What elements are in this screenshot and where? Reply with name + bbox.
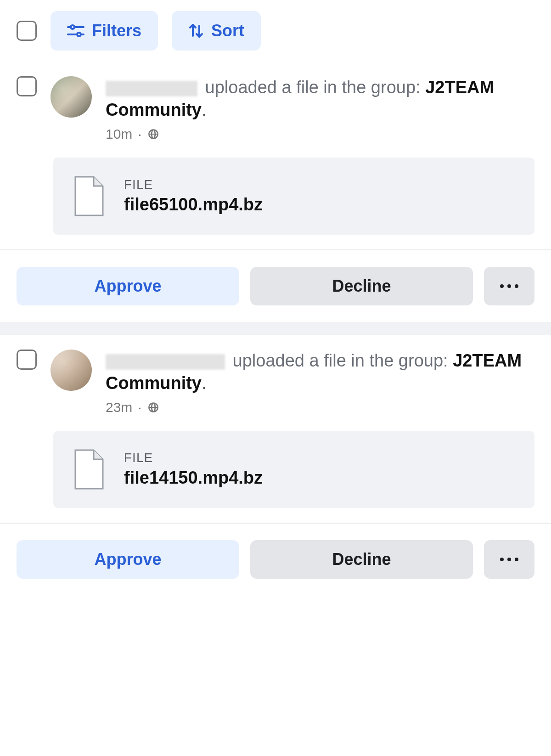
file-icon [73, 448, 106, 491]
sort-label: Sort [211, 21, 244, 40]
globe-icon [147, 128, 159, 140]
post-action-text: uploaded a file in the group: [233, 351, 448, 370]
file-attachment[interactable]: FILE file14150.mp4.bz [53, 431, 534, 508]
decline-button[interactable]: Decline [250, 540, 473, 579]
more-icon [500, 558, 518, 561]
more-button[interactable] [484, 267, 534, 305]
decline-label: Decline [332, 276, 391, 296]
filters-button[interactable]: Filters [51, 11, 158, 51]
approve-label: Approve [94, 276, 161, 296]
avatar[interactable] [51, 350, 92, 391]
file-info: FILE file14150.mp4.bz [124, 451, 263, 488]
period: . [202, 100, 207, 119]
pending-post: uploaded a file in the group: J2TEAM Com… [0, 62, 551, 235]
approve-button[interactable]: Approve [17, 267, 239, 305]
post-meta: 10m · [106, 126, 534, 142]
more-icon [500, 284, 518, 288]
post-time: 10m [106, 126, 132, 142]
post-time: 23m [106, 400, 132, 415]
post-checkbox[interactable] [17, 76, 37, 96]
file-name: file65100.mp4.bz [124, 195, 263, 214]
post-actions: Approve Decline [0, 250, 551, 322]
section-gap [0, 322, 551, 335]
redacted-username [106, 81, 197, 96]
file-attachment[interactable]: FILE file65100.mp4.bz [53, 158, 534, 235]
meta-separator: · [138, 126, 141, 142]
more-button[interactable] [484, 540, 534, 579]
svg-point-3 [77, 33, 81, 36]
file-label: FILE [124, 451, 263, 465]
select-all-checkbox[interactable] [17, 21, 37, 41]
toolbar: Filters Sort [0, 0, 551, 62]
avatar[interactable] [51, 76, 92, 118]
filters-label: Filters [92, 21, 141, 40]
file-name: file14150.mp4.bz [124, 468, 263, 488]
post-title: uploaded a file in the group: J2TEAM Com… [106, 76, 534, 122]
post-header: uploaded a file in the group: J2TEAM Com… [0, 62, 551, 147]
filters-icon [67, 24, 84, 38]
post-meta: 23m · [106, 400, 534, 415]
decline-label: Decline [332, 550, 391, 569]
post-action-text: uploaded a file in the group: [205, 78, 421, 97]
sort-icon [188, 23, 204, 39]
post-actions: Approve Decline [0, 524, 551, 595]
meta-separator: · [138, 400, 141, 415]
sort-button[interactable]: Sort [172, 11, 261, 51]
decline-button[interactable]: Decline [250, 267, 473, 305]
svg-point-1 [71, 25, 74, 29]
file-label: FILE [124, 177, 263, 192]
approve-button[interactable]: Approve [17, 540, 239, 579]
post-header: uploaded a file in the group: J2TEAM Com… [0, 335, 551, 421]
post-checkbox[interactable] [17, 350, 37, 370]
approve-label: Approve [94, 550, 161, 569]
file-icon [73, 175, 106, 217]
redacted-username [106, 354, 225, 370]
post-title: uploaded a file in the group: J2TEAM Com… [106, 350, 534, 395]
globe-icon [147, 401, 159, 413]
file-info: FILE file65100.mp4.bz [124, 177, 263, 214]
period: . [202, 373, 207, 393]
pending-post: uploaded a file in the group: J2TEAM Com… [0, 335, 551, 508]
